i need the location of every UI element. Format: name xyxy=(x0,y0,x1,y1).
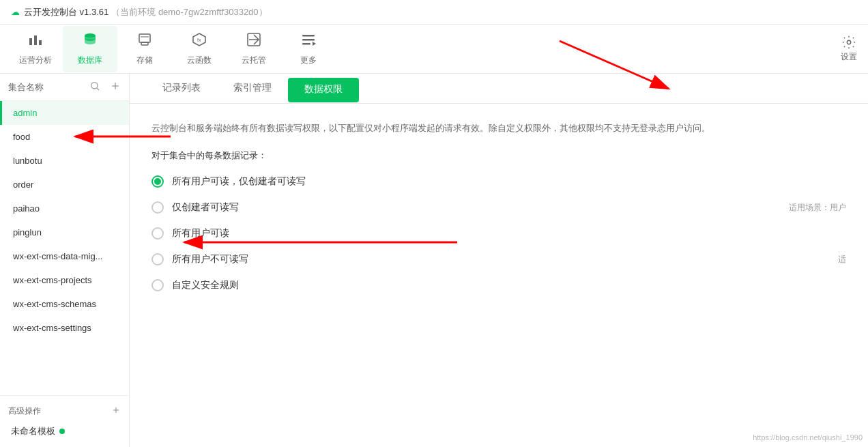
sidebar-item-lunbotu[interactable]: lunbotu xyxy=(0,149,129,173)
sidebar-footer: 高级操作 未命名模板 xyxy=(0,395,129,447)
permission-all-read-label: 所有用户可读 xyxy=(172,227,229,240)
storage-icon xyxy=(136,31,153,52)
settings-button[interactable]: 设置 xyxy=(841,35,857,63)
cloud-icon: ☁ xyxy=(11,7,20,17)
permission-no-write[interactable]: 所有用户不可读写 适 xyxy=(151,253,846,265)
svg-rect-5 xyxy=(141,42,148,45)
sidebar-item-pinglun-label: pinglun xyxy=(13,227,42,237)
svg-point-14 xyxy=(847,40,851,44)
scenario-hint-2: 适 xyxy=(838,254,846,265)
add-collection-icon[interactable] xyxy=(110,81,121,93)
cloudfunc-icon: fx xyxy=(191,31,207,52)
toolbar-cloudfunc[interactable]: fx 云函数 xyxy=(172,26,227,72)
toolbar-analytics[interactable]: 运营分析 xyxy=(8,26,63,72)
section-label: 对于集合中的每条数据记录： xyxy=(151,149,846,162)
permission-custom[interactable]: 自定义安全规则 xyxy=(151,279,846,291)
svg-rect-12 xyxy=(302,43,310,45)
sidebar-item-wx-ext-cms-data-mig[interactable]: wx-ext-cms-data-mig... xyxy=(0,244,129,268)
radio-unchecked-icon-2 xyxy=(151,227,164,240)
sidebar-item-wx-ext-cms-settings[interactable]: wx-ext-cms-settings xyxy=(0,316,129,340)
sidebar-header-title: 集合名称 xyxy=(8,81,84,93)
radio-unchecked-icon-4 xyxy=(151,279,164,291)
toolbar-more-label: 更多 xyxy=(300,55,317,66)
toolbar-storage[interactable]: 存储 xyxy=(117,26,172,72)
toolbar-database[interactable]: 数据库 xyxy=(63,26,117,72)
sidebar-item-food[interactable]: food xyxy=(0,125,129,149)
toolbar-cloudhosting-label: 云托管 xyxy=(242,55,266,66)
env-label: （当前环境 demo-7gw2zmftf30332d0） xyxy=(111,6,267,18)
svg-point-15 xyxy=(91,83,98,89)
svg-rect-11 xyxy=(302,39,315,41)
cloudhosting-icon xyxy=(246,31,262,52)
sidebar-item-paihao[interactable]: paihao xyxy=(0,197,129,220)
watermark: https://blog.csdn.net/qiushi_1990 xyxy=(753,433,863,442)
advanced-ops-label: 高级操作 xyxy=(8,405,41,417)
app-title: 云开发控制台 v1.3.61 xyxy=(24,6,108,18)
permission-all-read-creator-write-label: 所有用户可读，仅创建者可读写 xyxy=(172,175,306,188)
svg-line-16 xyxy=(97,88,99,90)
radio-unchecked-icon-3 xyxy=(151,253,164,265)
sidebar-item-wx-ext-cms-schemas-label: wx-ext-cms-schemas xyxy=(13,299,96,309)
settings-label: 设置 xyxy=(841,51,857,63)
toolbar-cloudfunc-label: 云函数 xyxy=(187,55,212,66)
sidebar-list: admin food lunbotu order paihao pinglun … xyxy=(0,101,129,395)
toolbar-storage-label: 存储 xyxy=(136,55,153,66)
permission-custom-label: 自定义安全规则 xyxy=(172,279,239,291)
sidebar-header: 集合名称 xyxy=(0,74,129,101)
unnamed-template-row[interactable]: 未命名模板 xyxy=(8,421,121,442)
toolbar-more[interactable]: 更多 xyxy=(281,26,336,72)
sidebar-item-pinglun[interactable]: pinglun xyxy=(0,220,129,244)
content-panel: 云控制台和服务端始终有所有数据读写权限，以下配置仅对小程序端发起的请求有效。除自… xyxy=(130,104,868,447)
tab-records[interactable]: 记录列表 xyxy=(146,74,217,104)
permission-creator-only[interactable]: 仅创建者可读写 适用场景：用户 xyxy=(151,201,846,214)
permissions-radio-group: 所有用户可读，仅创建者可读写 仅创建者可读写 适用场景：用户 所有用户可读 所有… xyxy=(151,175,846,291)
sidebar-item-paihao-label: paihao xyxy=(13,203,40,214)
green-dot-indicator xyxy=(59,429,65,434)
sidebar-item-wx-ext-cms-schemas[interactable]: wx-ext-cms-schemas xyxy=(0,292,129,316)
sidebar-item-lunbotu-label: lunbotu xyxy=(13,156,42,166)
permission-all-read-creator-write[interactable]: 所有用户可读，仅创建者可读写 xyxy=(151,175,846,188)
add-advanced-icon[interactable] xyxy=(111,405,121,417)
svg-text:fx: fx xyxy=(197,38,201,42)
advanced-ops-row: 高级操作 xyxy=(8,401,121,421)
sidebar-item-order[interactable]: order xyxy=(0,173,129,197)
sidebar-item-wx-ext-cms-projects[interactable]: wx-ext-cms-projects xyxy=(0,268,129,292)
toolbar-database-label: 数据库 xyxy=(78,55,102,66)
toolbar-cloudhosting[interactable]: 云托管 xyxy=(227,26,281,72)
tab-permissions[interactable]: 数据权限 xyxy=(288,78,359,102)
svg-rect-0 xyxy=(29,38,32,45)
svg-marker-13 xyxy=(313,42,316,46)
sidebar-item-wx-ext-cms-data-mig-label: wx-ext-cms-data-mig... xyxy=(13,251,102,261)
permission-all-read[interactable]: 所有用户可读 xyxy=(151,227,846,240)
svg-rect-1 xyxy=(34,35,37,45)
tabs-bar: 记录列表 索引管理 数据权限 xyxy=(130,74,868,104)
svg-rect-4 xyxy=(139,34,150,42)
content-area: 记录列表 索引管理 数据权限 云控制台和服务端始终有所有数据读写权限，以下配置仅… xyxy=(130,74,868,447)
more-icon xyxy=(300,31,317,52)
sidebar-item-admin[interactable]: admin xyxy=(0,101,129,125)
sidebar-item-wx-ext-cms-settings-label: wx-ext-cms-settings xyxy=(13,323,91,333)
title-bar: ☁ 云开发控制台 v1.3.61 （当前环境 demo-7gw2zmftf303… xyxy=(0,0,868,25)
unnamed-template-label: 未命名模板 xyxy=(11,425,55,437)
toolbar: 运营分析 数据库 存储 fx 云函数 xyxy=(0,25,868,74)
sidebar-item-admin-label: admin xyxy=(13,108,37,118)
sidebar: 集合名称 admin food lunbot xyxy=(0,74,130,447)
svg-rect-10 xyxy=(302,35,315,37)
tab-permissions-label: 数据权限 xyxy=(304,83,343,96)
search-icon[interactable] xyxy=(89,81,100,93)
scenario-hint: 适用场景：用户 xyxy=(789,202,846,214)
database-icon xyxy=(82,31,98,52)
sidebar-item-wx-ext-cms-projects-label: wx-ext-cms-projects xyxy=(13,275,92,285)
sidebar-item-order-label: order xyxy=(13,179,33,190)
analytics-icon xyxy=(27,31,44,52)
radio-unchecked-icon xyxy=(151,201,164,214)
tab-index[interactable]: 索引管理 xyxy=(217,74,288,104)
toolbar-analytics-label: 运营分析 xyxy=(19,55,52,66)
radio-checked-icon xyxy=(151,175,164,188)
tab-index-label: 索引管理 xyxy=(233,82,272,94)
permission-creator-only-label: 仅创建者可读写 xyxy=(172,201,239,214)
tab-records-label: 记录列表 xyxy=(162,82,201,94)
sidebar-item-food-label: food xyxy=(13,132,30,142)
main-layout: 集合名称 admin food lunbot xyxy=(0,74,868,447)
permission-no-write-label: 所有用户不可读写 xyxy=(172,253,248,265)
